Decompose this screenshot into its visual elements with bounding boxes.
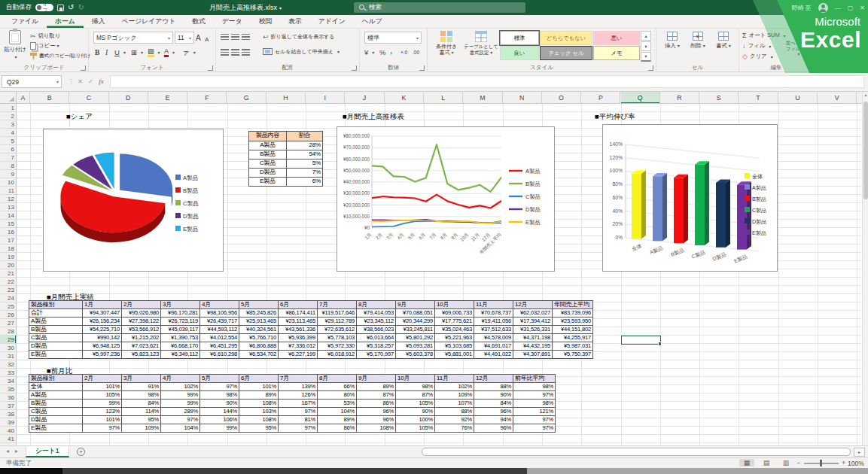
row-header-22[interactable]: 22 — [0, 278, 17, 286]
tab-ヘルプ[interactable]: ヘルプ — [354, 15, 391, 28]
column-header-C[interactable]: C — [69, 92, 108, 104]
gallery-more-button[interactable]: ▼ — [641, 52, 651, 62]
format-cells-button[interactable]: 書式 — [711, 32, 736, 50]
data-cell[interactable]: ¥5,936,399 — [279, 334, 318, 342]
bar-chart[interactable]: 0%20%40%60%80%100%120%140%全体A製品B製品C製品D製品… — [602, 124, 778, 272]
data-cell[interactable]: ¥5,170,997 — [357, 351, 396, 359]
data-cell[interactable]: ¥6,018,912 — [318, 351, 357, 359]
data-cell[interactable]: ¥79,414,053 — [357, 309, 396, 318]
align-top-button[interactable] — [221, 32, 229, 42]
data-cell[interactable]: 96% — [474, 408, 513, 416]
data-cell[interactable]: ¥29,112,789 — [318, 318, 357, 326]
data-cell[interactable]: ¥72,635,612 — [318, 326, 357, 334]
data-cell[interactable]: 99% — [161, 391, 200, 400]
row-label-cell[interactable]: 合計 — [29, 309, 83, 318]
column-header-cell[interactable]: 6月 — [279, 301, 318, 309]
column-header-cell[interactable]: 3月 — [122, 375, 161, 383]
underline-button[interactable]: U — [114, 47, 126, 57]
data-cell[interactable]: ¥23,345,112 — [357, 318, 396, 326]
increase-decimal-button[interactable]: +.0 — [400, 47, 407, 57]
data-cell[interactable]: ¥6,806,888 — [239, 342, 279, 351]
row-label-cell[interactable]: D製品 — [29, 416, 83, 424]
data-cell[interactable]: 107% — [435, 400, 474, 408]
row-header-9[interactable]: 9 — [0, 170, 17, 178]
data-cell[interactable]: 99% — [200, 424, 239, 433]
data-cell[interactable]: ¥5,823,123 — [122, 351, 161, 359]
data-cell[interactable]: 98% — [200, 391, 239, 400]
data-cell[interactable]: ¥5,103,685 — [435, 342, 474, 351]
comma-style-button[interactable]: , — [390, 45, 392, 55]
data-cell[interactable]: ¥33,245,811 — [396, 326, 435, 334]
align-left-button[interactable] — [221, 47, 229, 57]
pie-chart[interactable]: A製品B製品C製品D製品E製品 — [43, 129, 224, 272]
gallery-up-button[interactable]: ▲ — [641, 31, 651, 41]
column-header-cell[interactable]: 7月 — [279, 375, 318, 383]
row-header-40[interactable]: 40 — [0, 427, 17, 435]
data-cell[interactable]: 167% — [279, 400, 318, 408]
column-header-B[interactable]: B — [30, 92, 69, 104]
data-cell[interactable]: 96% — [474, 424, 513, 433]
data-cell[interactable]: 98% — [122, 391, 161, 400]
column-header-cell[interactable]: 12月 — [474, 375, 513, 383]
align-right-button[interactable] — [242, 47, 250, 57]
scroll-up-icon[interactable]: ▲ — [863, 93, 868, 97]
font-color-button[interactable]: A — [164, 47, 175, 57]
column-header-V[interactable]: V — [818, 92, 857, 104]
tab-校閲[interactable]: 校閲 — [251, 15, 281, 28]
row-header-23[interactable]: 23 — [0, 286, 17, 294]
data-cell[interactable]: 97% — [279, 424, 318, 433]
row-header-26[interactable]: 26 — [0, 311, 17, 319]
row-header-36[interactable]: 36 — [0, 393, 17, 402]
data-cell[interactable]: 104% — [161, 424, 200, 433]
fill-button[interactable]: ↓フィル — [742, 42, 771, 50]
font-name-select[interactable]: MS Pゴシック▾ — [93, 32, 173, 44]
column-header-cell[interactable]: 11月 — [474, 301, 513, 309]
row-header-39[interactable]: 39 — [0, 418, 17, 427]
align-center-button[interactable] — [231, 47, 239, 57]
product-cell[interactable]: D製品 — [249, 169, 287, 178]
column-header-cell[interactable]: 4月 — [161, 375, 200, 383]
row-header-29[interactable]: 29 — [0, 336, 17, 344]
data-cell[interactable]: 86% — [357, 400, 396, 408]
dialog-launcher[interactable] — [208, 65, 213, 71]
data-cell[interactable]: ¥5,766,710 — [239, 334, 279, 342]
data-cell[interactable]: 89% — [318, 416, 357, 424]
row-header-19[interactable]: 19 — [0, 253, 17, 261]
data-cell[interactable]: 101% — [83, 383, 122, 391]
data-cell[interactable]: ¥4,432,195 — [513, 342, 553, 351]
column-header-cell[interactable]: 10月 — [396, 375, 435, 383]
data-cell[interactable]: 100% — [396, 416, 435, 424]
dialog-launcher[interactable] — [419, 65, 425, 71]
search-input[interactable]: 検索 — [354, 2, 525, 13]
data-cell[interactable]: 103% — [239, 408, 279, 416]
column-header-W[interactable]: W — [857, 92, 862, 104]
data-cell[interactable]: ¥20,344,299 — [396, 318, 435, 326]
row-header-6[interactable]: 6 — [0, 145, 17, 153]
align-middle-button[interactable] — [231, 32, 239, 42]
data-cell[interactable]: ¥31,526,331 — [513, 326, 553, 334]
row-header-24[interactable]: 24 — [0, 294, 17, 302]
row-header-7[interactable]: 7 — [0, 153, 17, 162]
data-cell[interactable]: ¥26,439,717 — [200, 318, 239, 326]
data-cell[interactable]: ¥53,566,912 — [122, 326, 161, 334]
decrease-decimal-button[interactable]: .00 — [413, 47, 419, 57]
row-header-13[interactable]: 13 — [0, 203, 17, 211]
data-cell[interactable]: ¥7,023,621 — [122, 342, 161, 351]
data-cell[interactable]: ¥5,750,397 — [553, 351, 593, 359]
data-cell[interactable]: 144% — [200, 408, 239, 416]
data-cell[interactable]: ¥6,668,170 — [161, 342, 200, 351]
data-cell[interactable]: 53% — [318, 400, 357, 408]
cancel-entry-button[interactable]: ✕ — [75, 75, 85, 88]
row-header-12[interactable]: 12 — [0, 195, 17, 203]
data-cell[interactable]: 84% — [122, 400, 161, 408]
grow-font-button[interactable]: A — [196, 33, 201, 43]
data-cell[interactable]: ¥1,390,753 — [161, 334, 200, 342]
column-header-cell[interactable]: 3月 — [161, 301, 200, 309]
row-label-cell[interactable]: B製品 — [29, 326, 83, 334]
undo-button[interactable]: ↺ — [68, 4, 74, 11]
column-header-R[interactable]: R — [660, 92, 699, 104]
gallery-down-button[interactable]: ▼ — [641, 41, 651, 51]
data-cell[interactable]: 97% — [200, 383, 239, 391]
zoom-level[interactable]: 100% — [848, 460, 864, 467]
row-header-17[interactable]: 17 — [0, 236, 17, 245]
